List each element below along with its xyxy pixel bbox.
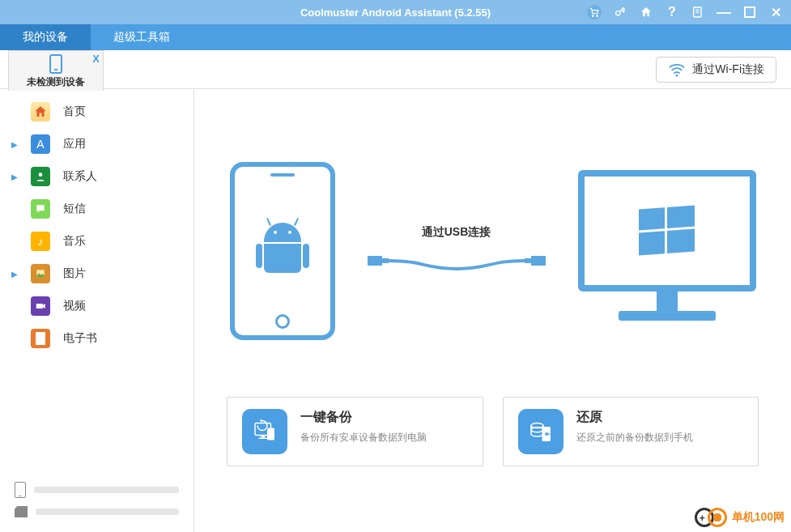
restore-title: 还原 — [576, 409, 693, 426]
svg-rect-15 — [262, 436, 266, 438]
sidebar-nav: 首页 ▶ A 应用 ▶ 联系人 短信 ♪ 音 — [0, 96, 193, 355]
windows-icon — [639, 206, 695, 257]
android-icon — [258, 223, 307, 279]
svg-rect-17 — [267, 428, 274, 440]
svg-rect-13 — [531, 256, 546, 266]
svg-rect-9 — [36, 332, 45, 345]
content-pane: 通过USB连接 — [194, 89, 791, 532]
sidebar-item-label: 应用 — [63, 137, 86, 151]
video-icon — [31, 296, 50, 316]
restore-text: 还原 还原之前的备份数据到手机 — [576, 409, 693, 454]
sms-icon — [31, 199, 50, 219]
backup-desc: 备份所有安卓设备数据到电脑 — [300, 431, 427, 445]
backup-text: 一键备份 备份所有安卓设备数据到电脑 — [300, 409, 427, 454]
sidebar-item-sms[interactable]: 短信 — [0, 193, 193, 225]
sidebar-item-contacts[interactable]: ▶ 联系人 — [0, 160, 193, 193]
sidebar-item-label: 视频 — [63, 299, 86, 313]
sidebar-item-label: 联系人 — [63, 169, 97, 184]
wifi-connect-button[interactable]: 通过Wi-Fi连接 — [656, 57, 776, 83]
backup-card[interactable]: 一键备份 备份所有安卓设备数据到电脑 — [227, 397, 483, 466]
sidebar-item-apps[interactable]: ▶ A 应用 — [0, 128, 193, 160]
device-tab[interactable]: X 未检测到设备 — [8, 50, 104, 91]
device-tab-label: 未检测到设备 — [27, 75, 85, 91]
sd-card-icon — [15, 506, 28, 517]
wifi-button-label: 通过Wi-Fi连接 — [692, 62, 764, 77]
subheader: 通过Wi-Fi连接 — [0, 50, 791, 89]
music-icon: ♪ — [31, 232, 50, 251]
sidebar-item-label: 图片 — [63, 266, 86, 281]
sidebar-item-label: 首页 — [63, 104, 86, 119]
svg-rect-8 — [36, 304, 43, 309]
sidebar-item-label: 音乐 — [63, 234, 86, 249]
wifi-icon — [668, 62, 686, 77]
sidebar-item-label: 短信 — [63, 202, 86, 216]
main-area: 首页 ▶ A 应用 ▶ 联系人 短信 ♪ 音 — [0, 89, 791, 532]
sd-storage-bar — [36, 509, 179, 515]
action-cards: 一键备份 备份所有安卓设备数据到电脑 还原 还原之前的备份数据到 — [211, 397, 775, 466]
sidebar-item-photos[interactable]: ▶ 图片 — [0, 257, 193, 290]
purchase-icon[interactable] — [587, 5, 602, 19]
help-icon[interactable]: ? — [665, 5, 679, 19]
contacts-icon — [31, 167, 50, 186]
phone-storage-row — [15, 482, 179, 498]
home-icon[interactable] — [639, 5, 653, 19]
restore-desc: 还原之前的备份数据到手机 — [576, 431, 693, 445]
phone-illustration — [230, 162, 335, 340]
apps-icon: A — [31, 134, 50, 154]
svg-point-1 — [597, 15, 598, 17]
sidebar-item-ebook[interactable]: 电子书 — [0, 322, 193, 355]
chevron-right-icon[interactable]: ▶ — [11, 172, 18, 181]
sidebar-item-label: 电子书 — [63, 331, 97, 346]
svg-rect-16 — [259, 438, 268, 440]
key-icon[interactable] — [613, 5, 627, 19]
svg-point-2 — [616, 11, 620, 15]
tab-my-device[interactable]: 我的设备 — [0, 24, 91, 50]
svg-rect-12 — [525, 258, 531, 263]
restore-icon — [518, 409, 563, 454]
book-icon — [31, 329, 50, 348]
photos-icon — [31, 264, 50, 283]
backup-title: 一键备份 — [300, 409, 427, 426]
sidebar-item-music[interactable]: ♪ 音乐 — [0, 225, 193, 257]
svg-rect-10 — [368, 256, 382, 266]
phone-storage-bar — [34, 487, 179, 493]
backup-icon — [242, 409, 287, 454]
svg-rect-11 — [382, 258, 389, 263]
chevron-right-icon[interactable]: ▶ — [11, 270, 18, 279]
storage-indicators — [15, 474, 179, 517]
feedback-icon[interactable] — [691, 5, 705, 19]
usb-cable: 通过USB连接 — [368, 225, 546, 277]
minimize-icon[interactable]: — — [717, 5, 731, 19]
chevron-right-icon[interactable]: ▶ — [11, 140, 18, 149]
connection-illustration: 通过USB连接 — [211, 130, 775, 372]
sd-storage-row — [15, 506, 179, 517]
main-tabbar: 我的设备 超级工具箱 — [0, 24, 791, 50]
phone-icon — [49, 54, 62, 74]
restore-card[interactable]: 还原 还原之前的备份数据到手机 — [503, 397, 759, 466]
sidebar-item-home[interactable]: 首页 — [0, 96, 193, 128]
sidebar-item-video[interactable]: 视频 — [0, 290, 193, 322]
watermark: + 单机100网 — [695, 508, 785, 527]
sidebar: 首页 ▶ A 应用 ▶ 联系人 短信 ♪ 音 — [0, 89, 194, 532]
close-icon[interactable]: ✕ — [768, 5, 783, 19]
watermark-text: 单机100网 — [732, 510, 785, 525]
usb-label: 通过USB连接 — [422, 225, 491, 240]
watermark-logo-icon: + — [695, 508, 727, 527]
svg-point-0 — [592, 15, 593, 17]
svg-rect-4 — [745, 7, 755, 17]
computer-illustration — [578, 170, 756, 332]
maximize-icon[interactable] — [742, 5, 757, 19]
home-nav-icon — [31, 102, 50, 121]
titlebar: Coolmuster Android Assistant (5.2.55) ? … — [0, 0, 791, 24]
device-tab-close-icon[interactable]: X — [92, 53, 100, 65]
svg-point-6 — [39, 172, 43, 177]
titlebar-icons: ? — ✕ — [587, 0, 783, 24]
phone-storage-icon — [15, 482, 26, 498]
svg-point-5 — [676, 74, 678, 76]
tab-toolbox[interactable]: 超级工具箱 — [91, 24, 193, 50]
